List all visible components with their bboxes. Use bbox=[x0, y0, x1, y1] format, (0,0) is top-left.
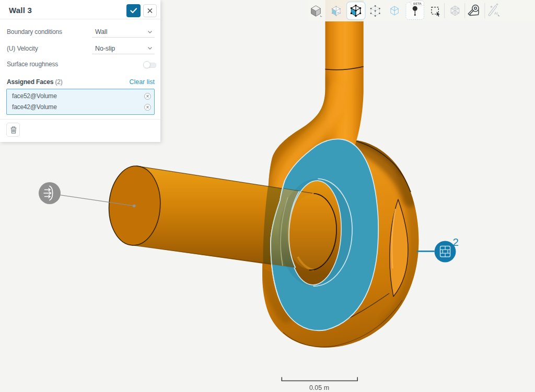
svg-text:BETA: BETA bbox=[413, 2, 422, 5]
svg-text:0.05 m: 0.05 m bbox=[309, 384, 329, 391]
svg-text:AI: AI bbox=[494, 11, 498, 16]
svg-text:2: 2 bbox=[453, 236, 459, 248]
